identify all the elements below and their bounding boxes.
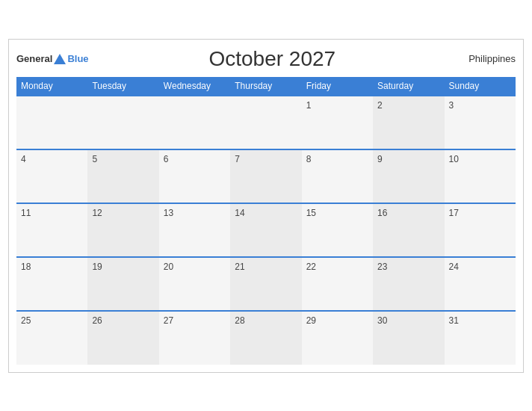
day-cell: 27 bbox=[159, 311, 230, 365]
logo-blue-text: Blue bbox=[67, 53, 88, 64]
day-cell: 8 bbox=[302, 149, 373, 203]
day-header-monday: Monday bbox=[16, 77, 87, 96]
week-row-4: 18192021222324 bbox=[16, 257, 516, 311]
day-cell: 30 bbox=[373, 311, 444, 365]
days-header-row: MondayTuesdayWednesdayThursdayFridaySatu… bbox=[16, 77, 516, 96]
calendar-title: October 2027 bbox=[89, 47, 456, 71]
day-cell: 26 bbox=[87, 311, 158, 365]
day-cell: 5 bbox=[87, 149, 158, 203]
day-cell: 12 bbox=[87, 203, 158, 257]
day-cell bbox=[16, 96, 87, 149]
day-cell: 4 bbox=[16, 149, 87, 203]
day-cell: 6 bbox=[159, 149, 230, 203]
logo-triangle-icon bbox=[54, 54, 66, 64]
country-label: Philippines bbox=[456, 53, 516, 64]
day-cell: 19 bbox=[87, 257, 158, 311]
day-header-sunday: Sunday bbox=[445, 77, 516, 96]
day-cell: 14 bbox=[230, 203, 301, 257]
day-cell: 17 bbox=[445, 203, 516, 257]
day-cell: 15 bbox=[302, 203, 373, 257]
day-cell: 28 bbox=[230, 311, 301, 365]
day-cell: 7 bbox=[230, 149, 301, 203]
day-header-wednesday: Wednesday bbox=[159, 77, 230, 96]
day-cell: 16 bbox=[373, 203, 444, 257]
day-cell: 1 bbox=[302, 96, 373, 149]
day-cell: 2 bbox=[373, 96, 444, 149]
day-cell: 29 bbox=[302, 311, 373, 365]
day-cell: 23 bbox=[373, 257, 444, 311]
day-cell: 10 bbox=[445, 149, 516, 203]
week-row-2: 45678910 bbox=[16, 149, 516, 203]
day-cell bbox=[87, 96, 158, 149]
logo: General Blue bbox=[16, 53, 89, 64]
day-cell: 13 bbox=[159, 203, 230, 257]
calendar-grid: MondayTuesdayWednesdayThursdayFridaySatu… bbox=[16, 77, 516, 365]
calendar-container: General Blue October 2027 Philippines Mo… bbox=[8, 39, 524, 373]
day-header-friday: Friday bbox=[302, 77, 373, 96]
week-row-3: 11121314151617 bbox=[16, 203, 516, 257]
day-cell: 18 bbox=[16, 257, 87, 311]
day-cell: 22 bbox=[302, 257, 373, 311]
day-header-thursday: Thursday bbox=[230, 77, 301, 96]
calendar-header: General Blue October 2027 Philippines bbox=[16, 47, 516, 71]
logo-general-text: General bbox=[16, 53, 52, 64]
day-header-tuesday: Tuesday bbox=[87, 77, 158, 96]
day-cell: 20 bbox=[159, 257, 230, 311]
day-cell bbox=[159, 96, 230, 149]
day-cell: 9 bbox=[373, 149, 444, 203]
day-cell: 11 bbox=[16, 203, 87, 257]
day-cell: 21 bbox=[230, 257, 301, 311]
day-header-saturday: Saturday bbox=[373, 77, 444, 96]
day-cell: 25 bbox=[16, 311, 87, 365]
week-row-1: 123 bbox=[16, 96, 516, 149]
day-cell: 24 bbox=[445, 257, 516, 311]
day-cell: 3 bbox=[445, 96, 516, 149]
week-row-5: 25262728293031 bbox=[16, 311, 516, 365]
day-cell bbox=[230, 96, 301, 149]
day-cell: 31 bbox=[445, 311, 516, 365]
